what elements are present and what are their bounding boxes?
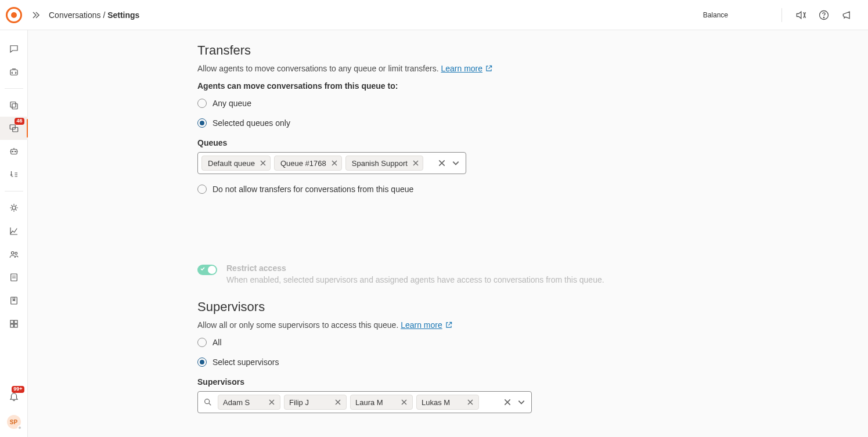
external-link-icon bbox=[485, 64, 493, 73]
queues-label: Queues bbox=[197, 138, 732, 147]
rail-bot-icon[interactable] bbox=[0, 140, 28, 163]
transfers-move-label: Agents can move conversations from this … bbox=[197, 81, 732, 91]
svg-point-1 bbox=[823, 17, 824, 17]
queue-chip: Default queue bbox=[201, 156, 271, 171]
supervisors-multiselect[interactable]: Adam S Filip J Laura M bbox=[197, 391, 532, 413]
transfers-option-selected[interactable]: Selected queues only bbox=[197, 118, 732, 128]
restrict-access-desc: When enabled, selected supervisors and a… bbox=[226, 275, 604, 284]
transfers-title: Transfers bbox=[197, 43, 732, 58]
radio-icon bbox=[197, 338, 207, 347]
svg-point-9 bbox=[15, 151, 16, 152]
chip-remove-icon[interactable] bbox=[260, 160, 266, 167]
supervisor-chip: Laura M bbox=[350, 395, 413, 410]
transfers-learn-more-link[interactable]: Learn more bbox=[441, 64, 493, 73]
left-rail: 46 99+ bbox=[0, 30, 28, 437]
radio-icon bbox=[197, 185, 207, 194]
restrict-access-row: Restrict access When enabled, selected s… bbox=[197, 263, 732, 284]
svg-rect-15 bbox=[10, 320, 13, 323]
rail-analytics-icon[interactable] bbox=[0, 219, 28, 243]
svg-rect-4 bbox=[12, 104, 17, 109]
transfers-option-none[interactable]: Do not allow transfers for conversations… bbox=[197, 185, 732, 194]
radio-icon bbox=[197, 357, 207, 367]
breadcrumb-parent[interactable]: Conversations bbox=[49, 10, 101, 20]
svg-point-10 bbox=[12, 206, 16, 210]
rail-notifications-badge: 99+ bbox=[12, 386, 24, 393]
supervisors-title: Supervisors bbox=[197, 299, 732, 315]
chip-remove-icon[interactable] bbox=[334, 399, 341, 406]
svg-rect-3 bbox=[10, 102, 16, 107]
chip-remove-icon[interactable] bbox=[412, 160, 419, 167]
restrict-access-title: Restrict access bbox=[226, 263, 604, 273]
search-icon bbox=[201, 398, 214, 407]
chip-remove-icon[interactable] bbox=[268, 399, 275, 406]
svg-point-19 bbox=[205, 399, 210, 404]
balance-link[interactable]: Balance bbox=[703, 11, 728, 19]
transfers-option-any[interactable]: Any queue bbox=[197, 99, 732, 108]
queues-multiselect[interactable]: Default queue Queue #1768 Spanish Suppor… bbox=[197, 152, 466, 174]
rail-conversations-badge: 46 bbox=[15, 118, 24, 125]
radio-icon bbox=[197, 99, 207, 108]
chip-remove-icon[interactable] bbox=[331, 160, 338, 167]
rail-notifications-icon[interactable]: 99+ bbox=[0, 385, 28, 408]
rail-people-icon[interactable] bbox=[0, 243, 28, 266]
rail-bookmark-icon[interactable] bbox=[0, 289, 28, 312]
svg-rect-2 bbox=[10, 70, 17, 75]
external-link-icon bbox=[445, 321, 453, 329]
help-icon[interactable] bbox=[812, 3, 835, 27]
svg-rect-16 bbox=[14, 320, 17, 323]
radio-icon bbox=[197, 118, 207, 128]
user-avatar[interactable]: SP bbox=[7, 415, 21, 429]
restrict-access-toggle[interactable] bbox=[197, 265, 217, 275]
chevron-down-icon[interactable] bbox=[517, 398, 525, 406]
svg-point-11 bbox=[11, 252, 14, 255]
transfers-desc: Allow agents to move conversations to an… bbox=[197, 64, 732, 73]
user-status-dot bbox=[17, 425, 22, 430]
supervisors-desc: Allow all or only some supervisors to ac… bbox=[197, 320, 732, 330]
clear-all-icon[interactable] bbox=[503, 398, 512, 406]
supervisors-list-label: Supervisors bbox=[197, 377, 732, 387]
rail-inbox-icon[interactable] bbox=[0, 93, 28, 117]
breadcrumb-current: Settings bbox=[107, 10, 139, 20]
topbar: Conversations / Settings Balance bbox=[0, 0, 868, 30]
rail-grid-icon[interactable] bbox=[0, 312, 28, 335]
chip-remove-icon[interactable] bbox=[467, 399, 474, 406]
svg-rect-7 bbox=[10, 149, 17, 154]
svg-rect-14 bbox=[10, 297, 17, 304]
rail-code-icon[interactable] bbox=[0, 60, 28, 84]
svg-point-12 bbox=[15, 252, 17, 255]
rail-numbers-icon[interactable] bbox=[0, 163, 28, 186]
main-content: Transfers Allow agents to move conversat… bbox=[28, 30, 868, 437]
supervisor-chip: Lukas M bbox=[416, 395, 479, 410]
svg-rect-17 bbox=[10, 324, 13, 327]
breadcrumb: Conversations / Settings bbox=[49, 10, 139, 20]
expand-sidebar-button[interactable] bbox=[28, 10, 49, 20]
chip-remove-icon[interactable] bbox=[401, 399, 408, 406]
supervisors-option-select[interactable]: Select supervisors bbox=[197, 357, 732, 367]
rail-docs-icon[interactable] bbox=[0, 266, 28, 289]
app-logo[interactable] bbox=[0, 7, 28, 23]
supervisor-chip: Filip J bbox=[284, 395, 347, 410]
supervisors-learn-more-link[interactable]: Learn more bbox=[401, 320, 453, 330]
chevron-down-icon[interactable] bbox=[452, 159, 460, 167]
rail-chat-icon[interactable] bbox=[0, 37, 28, 60]
rail-spark-icon[interactable] bbox=[0, 196, 28, 219]
supervisors-option-all[interactable]: All bbox=[197, 338, 732, 347]
svg-rect-13 bbox=[10, 274, 17, 281]
clear-all-icon[interactable] bbox=[438, 159, 446, 167]
svg-rect-18 bbox=[14, 324, 17, 327]
queue-chip: Queue #1768 bbox=[274, 156, 342, 171]
rail-conversations-icon[interactable]: 46 bbox=[0, 117, 28, 140]
svg-point-8 bbox=[12, 151, 13, 152]
announce-icon[interactable] bbox=[835, 3, 859, 27]
mute-icon[interactable] bbox=[789, 3, 812, 27]
queue-chip: Spanish Support bbox=[345, 156, 423, 171]
supervisor-chip: Adam S bbox=[218, 395, 280, 410]
